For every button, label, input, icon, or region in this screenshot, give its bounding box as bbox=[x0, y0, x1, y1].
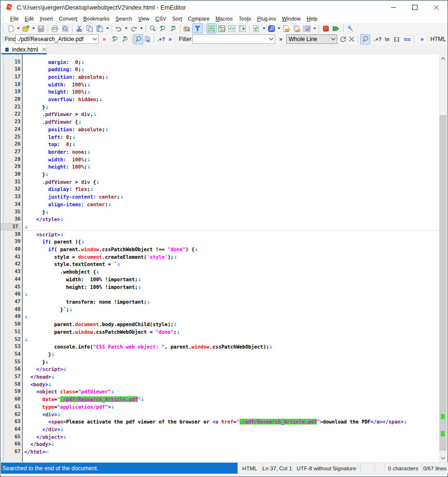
code-line-65: </object>↓ bbox=[24, 433, 439, 441]
menu-csv[interactable]: CSV bbox=[153, 15, 169, 22]
macro-run-button[interactable] bbox=[281, 23, 292, 34]
syntax-selector-button[interactable]: HTML bbox=[429, 36, 446, 42]
find-overflow-chevron[interactable]: » bbox=[101, 36, 107, 42]
csv-export-button[interactable] bbox=[237, 23, 248, 34]
filter-scope-select[interactable]: Whole Line bbox=[286, 34, 337, 44]
code-line-24: position: absolute;↓ bbox=[24, 126, 439, 133]
open-file-button[interactable] bbox=[21, 23, 31, 34]
record-macro-button[interactable] bbox=[321, 23, 331, 34]
line-number-15: 15 bbox=[3, 58, 21, 66]
pin-button[interactable] bbox=[345, 23, 355, 34]
menu-view[interactable]: View bbox=[135, 15, 152, 22]
regex-toggle-button[interactable]: .+? bbox=[156, 36, 167, 42]
menu-insert[interactable]: Insert bbox=[37, 15, 56, 22]
new-document-button[interactable] bbox=[6, 23, 16, 34]
validate-button[interactable] bbox=[302, 23, 313, 34]
redo-button[interactable] bbox=[129, 23, 139, 34]
menu-edit[interactable]: Edit bbox=[21, 15, 37, 22]
line-number-gutter: 1516171819202122232425262728293031323334… bbox=[3, 54, 22, 462]
dropdown-caret-icon[interactable] bbox=[105, 27, 110, 30]
menu-convert[interactable]: Convert bbox=[56, 15, 80, 22]
menu-search[interactable]: Search bbox=[113, 15, 135, 22]
line-number-31: 31 bbox=[3, 178, 21, 186]
find-combo-arrow-icon[interactable] bbox=[91, 35, 98, 43]
find-next-button[interactable] bbox=[168, 23, 178, 34]
refresh-icon bbox=[339, 35, 347, 43]
cut-button[interactable] bbox=[74, 23, 85, 34]
filter-find-button[interactable] bbox=[360, 34, 370, 44]
vertical-scrollbar[interactable] bbox=[439, 54, 447, 462]
save-button[interactable] bbox=[36, 23, 46, 34]
copy-button[interactable] bbox=[84, 23, 95, 34]
filter-approx-button[interactable]: ≈≈ bbox=[402, 36, 412, 43]
filter-overflow-chevron[interactable]: » bbox=[277, 36, 284, 42]
menu-window[interactable]: Window bbox=[279, 15, 304, 22]
menu-bookmarks[interactable]: Bookmarks bbox=[80, 15, 113, 22]
find-in-selection-button[interactable] bbox=[143, 34, 152, 44]
filter-combo-arrow-icon[interactable] bbox=[267, 35, 275, 43]
code-area[interactable]: margin: 0;↓ padding: 0;↓ position: absol… bbox=[23, 54, 439, 462]
filter-toolbar-button[interactable] bbox=[192, 23, 203, 33]
menu-compare[interactable]: Compare bbox=[185, 15, 213, 22]
filter-more-chevron[interactable]: » bbox=[418, 36, 425, 42]
menu-sort[interactable]: Sort bbox=[169, 15, 185, 22]
snippets-button[interactable] bbox=[266, 23, 277, 34]
filter-input[interactable] bbox=[192, 34, 275, 44]
menu-help[interactable]: Help bbox=[303, 15, 320, 22]
dropdown-caret-icon[interactable] bbox=[312, 27, 317, 30]
dropdown-caret-icon[interactable] bbox=[261, 27, 266, 30]
code-line-57: </head>↓ bbox=[24, 373, 439, 381]
dropdown-caret-icon[interactable] bbox=[139, 27, 144, 30]
filter-clear-button[interactable] bbox=[347, 34, 356, 44]
find-previous-button[interactable] bbox=[158, 23, 168, 34]
scrollbar-thumb[interactable] bbox=[439, 115, 447, 451]
dropdown-caret-icon[interactable] bbox=[31, 27, 36, 30]
play-macro-button[interactable] bbox=[331, 23, 342, 34]
scope-combo-arrow-icon[interactable] bbox=[329, 35, 337, 43]
find-previous-small-button[interactable] bbox=[111, 34, 119, 44]
filter-refresh-button[interactable] bbox=[339, 34, 347, 44]
print-preview-button[interactable] bbox=[60, 23, 71, 34]
filter-regex-button[interactable]: .+? bbox=[373, 36, 383, 42]
dropdown-caret-icon[interactable] bbox=[277, 27, 281, 30]
editor-area[interactable]: 1516171819202122232425262728293031323334… bbox=[1, 54, 447, 462]
csv-mode-button[interactable]: 12 bbox=[217, 23, 227, 34]
menubar-grip[interactable] bbox=[2, 15, 4, 22]
code-line-38: <script>↓ bbox=[24, 231, 439, 238]
csv-standard-mode-button[interactable] bbox=[207, 23, 217, 33]
toolbar-grip[interactable] bbox=[2, 25, 4, 32]
csv-convert-button[interactable] bbox=[227, 23, 238, 34]
find-button[interactable] bbox=[147, 23, 158, 34]
menu-plug-ins[interactable]: Plug-ins bbox=[254, 15, 279, 22]
scrollbar-up-icon[interactable] bbox=[439, 54, 447, 63]
find-more-chevron[interactable]: » bbox=[167, 36, 173, 42]
paste-button[interactable] bbox=[95, 23, 105, 34]
menu-tools[interactable]: Tools bbox=[236, 15, 254, 22]
macro-run-all-button[interactable] bbox=[292, 23, 302, 34]
menu-file[interactable]: File bbox=[7, 15, 21, 22]
macro-list-button[interactable] bbox=[251, 23, 262, 34]
code-line-48: }`;↓ bbox=[24, 306, 439, 313]
filter-bracket-button[interactable]: [.] bbox=[392, 36, 401, 42]
print-button[interactable] bbox=[50, 23, 61, 34]
find-in-files-button[interactable] bbox=[182, 23, 193, 34]
minimize-button[interactable] bbox=[383, 1, 404, 14]
menu-macros[interactable]: Macros bbox=[212, 15, 236, 22]
undo-button[interactable] bbox=[114, 23, 124, 34]
code-line-50: parent.document.body.appendChild(style);… bbox=[24, 320, 439, 328]
scrollbar-down-icon[interactable] bbox=[439, 454, 447, 462]
find-next-small-button[interactable] bbox=[121, 34, 129, 44]
find-input[interactable]: ./pdf/Research_Article.pdf bbox=[15, 34, 99, 44]
find-active-icon bbox=[135, 35, 142, 43]
dropdown-caret-icon[interactable] bbox=[16, 27, 21, 30]
status-empty-2 bbox=[375, 463, 385, 474]
dropdown-caret-icon[interactable] bbox=[124, 27, 129, 30]
line-number-52: 52 bbox=[3, 336, 21, 343]
find-dialog-button[interactable] bbox=[133, 34, 143, 44]
line-number-26: 26 bbox=[3, 140, 21, 148]
tab-close-icon[interactable] bbox=[42, 47, 46, 52]
line-number-50: 50 bbox=[3, 320, 21, 328]
close-button[interactable] bbox=[426, 1, 447, 14]
filter-newline-button[interactable]: \n bbox=[383, 36, 391, 42]
maximize-button[interactable] bbox=[404, 1, 426, 14]
